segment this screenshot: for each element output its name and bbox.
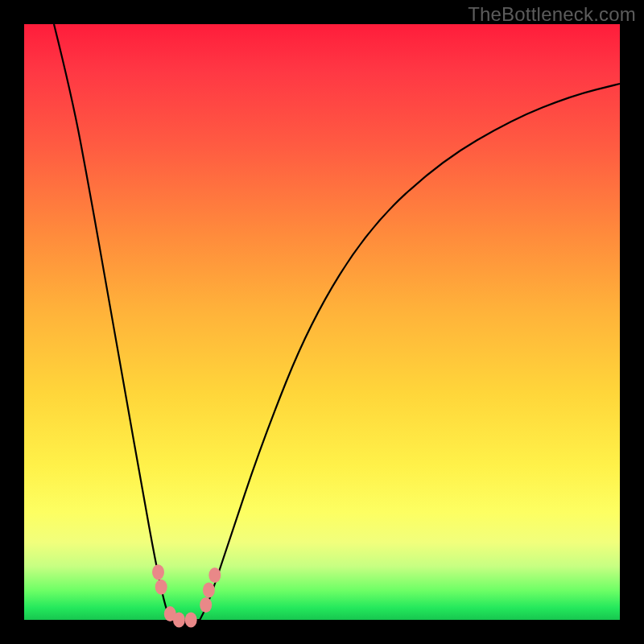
- curve-marker: [173, 613, 185, 628]
- curve-marker: [200, 597, 212, 613]
- chart-overlay: [24, 24, 620, 620]
- bottleneck-curve: [54, 24, 620, 620]
- curve-marker: [185, 613, 197, 628]
- chart-frame: TheBottleneck.com: [0, 0, 644, 644]
- curve-marker: [203, 583, 215, 598]
- curve-marker: [152, 564, 164, 580]
- watermark-text: TheBottleneck.com: [468, 3, 636, 26]
- curve-marker: [155, 580, 167, 595]
- curve-marker: [208, 568, 221, 583]
